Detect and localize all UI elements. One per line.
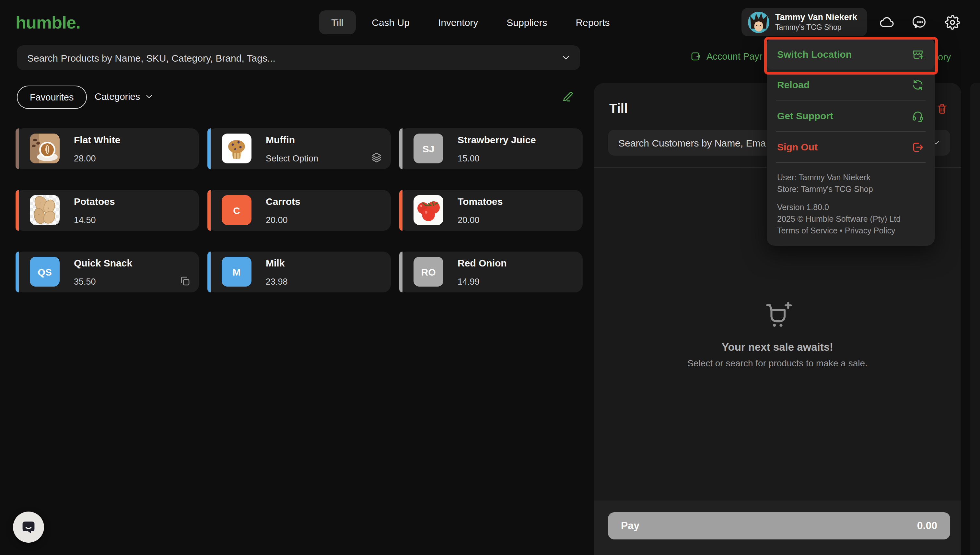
tab-suppliers[interactable]: Suppliers bbox=[494, 10, 559, 34]
product-initials: RO bbox=[413, 257, 444, 287]
product-card[interactable]: M Milk 23.98 bbox=[207, 252, 391, 292]
tab-cash-up[interactable]: Cash Up bbox=[359, 10, 422, 34]
product-name: Quick Snack bbox=[74, 257, 132, 268]
user-store: Tammy's TCG Shop bbox=[775, 23, 857, 32]
headset-icon bbox=[911, 109, 924, 122]
cart-plus-icon bbox=[762, 300, 793, 329]
tab-till[interactable]: Till bbox=[319, 10, 355, 34]
product-name: Tomatoes bbox=[458, 196, 503, 207]
product-price: 14.50 bbox=[74, 215, 96, 225]
empty-sale-title: Your next sale awaits! bbox=[594, 341, 961, 353]
tab-inventory[interactable]: Inventory bbox=[426, 10, 490, 34]
product-price: 20.00 bbox=[266, 215, 288, 225]
product-card[interactable]: Flat White 28.00 bbox=[16, 128, 199, 169]
product-name: Flat White bbox=[74, 134, 120, 145]
edit-favourites-button[interactable] bbox=[561, 90, 574, 103]
main-nav: Till Cash Up Inventory Suppliers Reports bbox=[319, 8, 622, 36]
account-payments-link[interactable]: Account Payr bbox=[690, 51, 762, 62]
gear-icon[interactable] bbox=[945, 15, 960, 30]
chevron-down-icon[interactable] bbox=[560, 53, 571, 63]
menu-user-line: User: Tammy Van Niekerk bbox=[777, 172, 924, 183]
product-name: Red Onion bbox=[458, 257, 507, 268]
product-name: Milk bbox=[266, 257, 285, 268]
side-panel-edge bbox=[970, 83, 980, 555]
chat-bubble-icon[interactable] bbox=[913, 15, 927, 30]
product-name: Strawberry Juice bbox=[458, 134, 536, 145]
empty-sale-state: Your next sale awaits! Select or search … bbox=[594, 300, 961, 368]
till-title: Till bbox=[609, 101, 628, 116]
cloud-icon[interactable] bbox=[879, 15, 894, 30]
user-name: Tammy Van Niekerk bbox=[775, 12, 857, 23]
product-card[interactable]: QS Quick Snack 35.50 bbox=[16, 252, 199, 292]
product-image-potatoes bbox=[30, 195, 59, 225]
logout-icon bbox=[911, 140, 924, 153]
support-chat-launcher[interactable] bbox=[13, 512, 44, 543]
menu-version-line: Version 1.80.0 bbox=[777, 202, 924, 213]
product-card[interactable]: Potatoes 14.50 bbox=[16, 190, 199, 231]
product-price: Select Option bbox=[266, 154, 318, 164]
product-image-muffin bbox=[222, 133, 251, 164]
chat-launcher-icon bbox=[20, 519, 37, 536]
menu-info-block: User: Tammy Van Niekerk Store: Tammy's T… bbox=[767, 163, 935, 237]
categories-dropdown[interactable]: Categories bbox=[94, 86, 154, 107]
product-name: Muffin bbox=[266, 134, 295, 145]
categories-label: Categories bbox=[94, 91, 140, 102]
menu-item-label: Switch Location bbox=[777, 49, 852, 59]
menu-item-switch-location[interactable]: Switch Location bbox=[767, 39, 935, 69]
account-payments-label: Account Payr bbox=[706, 51, 762, 61]
pay-amount: 0.00 bbox=[917, 520, 937, 532]
tab-reports[interactable]: Reports bbox=[563, 10, 622, 34]
copy-icon bbox=[179, 276, 191, 287]
favourites-filter[interactable]: Favourites bbox=[17, 86, 86, 109]
menu-item-get-support[interactable]: Get Support bbox=[767, 101, 935, 131]
product-price: 20.00 bbox=[458, 215, 480, 225]
product-search-input[interactable] bbox=[17, 45, 580, 70]
product-card[interactable]: Tomatoes 20.00 bbox=[399, 190, 583, 231]
product-initials: SJ bbox=[413, 133, 444, 164]
product-name: Carrots bbox=[266, 196, 300, 207]
product-card[interactable]: Muffin Select Option bbox=[207, 128, 391, 169]
clear-sale-trash-button[interactable] bbox=[936, 103, 948, 115]
product-price: 28.00 bbox=[74, 154, 96, 164]
wallet-icon bbox=[690, 51, 701, 62]
humble-logo: humble. bbox=[16, 13, 80, 33]
product-search bbox=[17, 45, 580, 70]
empty-sale-subtitle: Select or search for products to make a … bbox=[594, 358, 961, 368]
pay-label: Pay bbox=[621, 520, 639, 532]
user-menu-trigger[interactable]: Tammy Van Niekerk Tammy's TCG Shop bbox=[741, 8, 867, 36]
menu-store-line: Store: Tammy's TCG Shop bbox=[777, 183, 924, 195]
refresh-icon bbox=[911, 78, 924, 91]
product-card[interactable]: SJ Strawberry Juice 15.00 bbox=[399, 128, 583, 169]
product-initials: QS bbox=[30, 257, 59, 287]
product-card[interactable]: RO Red Onion 14.99 bbox=[399, 252, 583, 292]
storefront-plus-icon bbox=[911, 48, 924, 61]
product-price: 14.99 bbox=[458, 277, 480, 287]
product-image-tomatoes bbox=[413, 195, 444, 225]
product-price: 15.00 bbox=[458, 154, 480, 164]
app-root: humble. Till Cash Up Inventory Suppliers… bbox=[0, 0, 980, 555]
chevron-down-icon bbox=[144, 92, 154, 101]
menu-item-sign-out[interactable]: Sign Out bbox=[767, 132, 935, 162]
user-dropdown-menu: Switch Location Reload Get Support bbox=[767, 38, 935, 246]
product-name: Potatoes bbox=[74, 196, 115, 207]
menu-copyright-line: 2025 © Humble Software (Pty) Ltd bbox=[777, 213, 924, 225]
menu-item-reload[interactable]: Reload bbox=[767, 69, 935, 100]
layers-icon bbox=[371, 152, 383, 164]
history-link-fragment[interactable]: tory bbox=[935, 52, 951, 62]
avatar bbox=[748, 11, 769, 33]
product-image-flat-white bbox=[30, 133, 59, 164]
product-initials: C bbox=[222, 195, 251, 225]
product-price: 35.50 bbox=[74, 277, 96, 287]
product-price: 23.98 bbox=[266, 277, 288, 287]
menu-legal-line[interactable]: Terms of Service • Privacy Policy bbox=[777, 225, 924, 237]
menu-item-label: Reload bbox=[777, 79, 810, 90]
pay-button[interactable]: Pay 0.00 bbox=[608, 512, 950, 539]
product-card[interactable]: C Carrots 20.00 bbox=[207, 190, 391, 231]
menu-item-label: Sign Out bbox=[777, 141, 818, 152]
product-initials: M bbox=[222, 257, 251, 287]
menu-item-label: Get Support bbox=[777, 110, 833, 121]
